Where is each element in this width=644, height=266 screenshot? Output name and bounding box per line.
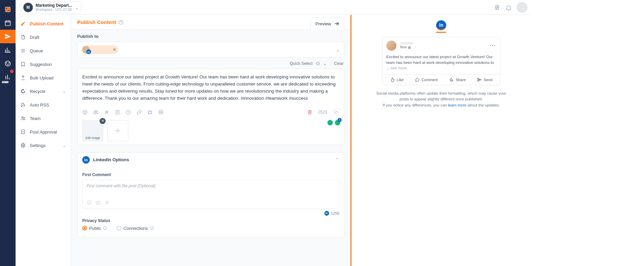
svg-point-13 [84,112,84,112]
add-media-button[interactable]: + [107,120,128,141]
chevron-down-icon: ⌄ [62,143,66,148]
chevron-up-icon: ⌃ [335,157,339,163]
first-comment-placeholder: First comment with the post (Optional) [87,184,335,198]
rail-calendar[interactable] [0,16,16,30]
image-thumbnail[interactable]: ✕ Edit Image [82,120,103,141]
workspace-sub: Workspace · UTC-07:00 [36,8,72,11]
more-icon[interactable]: ··· [490,43,496,48]
svg-point-22 [87,200,91,204]
workspace-switcher[interactable]: M Marketing Depart... Workspace · UTC-07… [21,1,81,14]
plus-icon: + [115,125,121,136]
remove-image-icon[interactable]: ✕ [100,118,106,124]
preview-comment-button[interactable]: Comment [415,77,438,82]
chevron-down-icon[interactable]: ⌄ [323,61,327,66]
sidebar-item-draft[interactable]: Draft [16,30,71,44]
ai-assist-icon[interactable] [147,110,153,115]
document-icon [20,34,26,40]
quick-select-label[interactable]: Quick Select [290,61,313,66]
sidebar-item-team[interactable]: Team [16,112,71,125]
topbar: M Marketing Depart... Workspace · UTC-07… [16,0,531,15]
sidebar-label: Recycle [30,89,45,94]
preview-author-name [400,42,413,45]
camera-icon[interactable] [95,200,101,205]
preview-like-button[interactable]: Like [390,77,404,82]
svg-point-3 [6,63,7,64]
sidebar-item-queue[interactable]: Queue [16,44,71,57]
privacy-public-label: Public [89,226,101,231]
preview-avatar [386,41,396,51]
svg-point-14 [85,112,86,112]
post-textarea[interactable]: Excited to announce our latest project a… [82,74,339,102]
radio-unchecked-icon [116,226,121,231]
hashtag-icon[interactable] [104,110,109,115]
sidebar-item-publish-content[interactable]: Publish Content [16,17,71,30]
rail-compose[interactable] [0,3,16,16]
privacy-connections-radio[interactable]: Connections [116,226,154,231]
svg-point-5 [21,106,22,107]
first-comment-input[interactable]: First comment with the post (Optional) [82,180,339,209]
schedule-icon[interactable] [126,110,131,115]
magic-wand-icon [334,110,338,114]
linkedin-options-toggle[interactable]: in LinkedIn Options ⌃ [78,153,344,167]
svg-rect-15 [94,111,98,114]
linkedin-options-title: LinkedIn Options [93,157,129,162]
sidebar-item-bulk-upload[interactable]: Bulk Upload [16,71,71,84]
rss-icon [20,102,26,107]
svg-rect-25 [96,201,100,204]
team-icon [20,116,26,121]
app-rail: BETA [0,0,16,266]
trash-icon[interactable] [307,110,313,115]
clear-accounts-link[interactable]: Clear [334,61,344,66]
rail-analytics[interactable] [0,43,16,57]
sidebar-item-auto-rss[interactable]: Auto RSS [16,98,71,112]
thumbs-up-icon [390,77,395,82]
emoji-icon[interactable] [87,200,92,205]
feedback-icon[interactable] [494,4,500,11]
account-avatar: in [82,46,90,53]
privacy-public-radio[interactable]: Public [82,226,107,231]
preview-share-button[interactable]: Share [449,77,466,82]
sidebar-item-post-approval[interactable]: Post Approval [16,125,71,139]
sidebar-item-suggestion[interactable]: Suggestion [16,57,71,71]
layout-icon[interactable] [158,110,164,115]
preview-tab-linkedin[interactable]: in [436,20,446,33]
gear-icon [20,143,26,148]
preview-toggle-button[interactable]: Preview [310,18,344,30]
user-avatar[interactable] [517,2,528,13]
svg-point-23 [88,202,89,202]
preview-send-button[interactable]: Send [477,77,493,82]
hashtag-icon[interactable] [104,200,110,205]
rail-reports-badge [10,70,14,73]
emoji-icon[interactable] [82,110,88,115]
help-icon[interactable] [118,20,124,25]
grammarly-widget[interactable] [327,120,341,126]
sidebar-label: Queue [30,48,43,53]
bell-icon[interactable] [505,4,512,11]
sidebar-label: Publish Content [30,21,64,26]
recycle-icon [20,89,26,94]
edit-image-label: Edit Image [85,136,100,140]
camera-icon[interactable] [93,110,99,115]
rail-publish[interactable] [0,30,16,43]
preview-panel: in Now ··· Excited to announce our lates… [351,15,531,266]
account-chip-linkedin[interactable]: in ✕ [82,45,118,54]
remove-account-icon[interactable]: ✕ [113,47,116,52]
send-icon [477,77,482,82]
sidebar-item-settings[interactable]: Settings ⌄ [16,139,71,152]
preview-time: Now [400,45,407,49]
rail-inbox[interactable] [0,57,16,70]
link-icon[interactable] [136,110,142,115]
svg-rect-19 [148,111,151,114]
sidebar-label: Post Approval [30,129,57,135]
magic-wand-button[interactable] [332,109,339,116]
sidebar-item-recycle[interactable]: Recycle ⌄ [16,84,71,98]
chevron-down-icon[interactable]: ⌄ [336,47,340,52]
sidebar-label: Bulk Upload [30,75,53,80]
comment-icon [415,77,420,82]
privacy-status-label: Privacy Status [82,218,339,223]
account-selector[interactable]: in ✕ ⌄ [77,42,344,58]
template-icon[interactable] [115,110,120,115]
post-editor: Excited to announce our latest project a… [77,69,344,145]
learn-more-link[interactable]: learn more [448,103,467,107]
see-more-link[interactable]: see more [391,66,407,70]
